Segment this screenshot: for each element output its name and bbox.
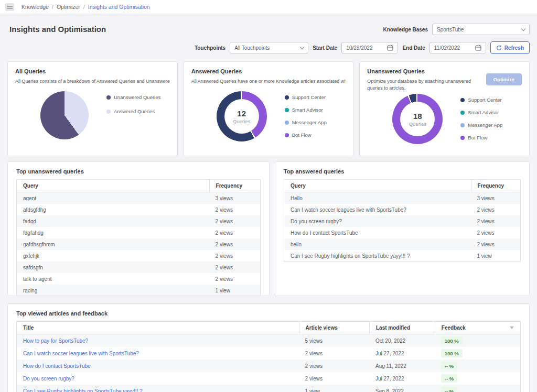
query-cell: talk to agent	[17, 276, 209, 282]
end-date-input[interactable]: 11/02/2022	[429, 42, 486, 53]
table-row: gafdhsgfhmm2 views	[17, 238, 260, 250]
column-header-frequency[interactable]: Frequency	[209, 180, 260, 192]
frequency-cell: 1 view	[209, 288, 260, 293]
touchpoints-select[interactable]: All Touchpoints	[230, 42, 308, 53]
end-date-value: 11/02/2022	[434, 45, 460, 51]
answered-queries-title: Answered Queries	[191, 68, 346, 74]
all-queries-card: All Queries All Queries consists of a br…	[7, 61, 178, 156]
query-cell: gxfchjk	[17, 253, 209, 259]
legend-item: Support Center	[285, 94, 327, 100]
frequency-cell: 2 views	[209, 230, 260, 236]
start-date-label: Start Date	[313, 45, 337, 51]
query-cell: afdsgfdhg	[17, 207, 209, 213]
hamburger-menu-icon[interactable]	[5, 3, 14, 11]
table-row: Hello3 views	[284, 192, 520, 204]
frequency-cell: 2 views	[209, 219, 260, 224]
optimize-button[interactable]: Optimize	[486, 73, 522, 85]
sort-dropdown-icon[interactable]	[510, 326, 514, 329]
last-modified-cell: Jul 27, 2022	[369, 376, 435, 382]
last-modified-cell: Aug 11, 2022	[369, 363, 435, 369]
article-link[interactable]: Can I watch soccer leagues live with Spo…	[23, 351, 139, 356]
top-viewed-articles-table: Title Article views Last modified Feedba…	[16, 321, 521, 392]
legend-item: Smart Advisor	[285, 107, 327, 113]
summary-cards-row: All Queries All Queries consists of a br…	[7, 61, 530, 156]
query-cell: safdsgfn	[17, 265, 209, 270]
breadcrumb-optimizer[interactable]: Optimizer	[57, 4, 80, 10]
last-modified-cell: Jul 27, 2022	[369, 351, 435, 356]
table-row: Do you screen rugby? 2 views Jul 27, 202…	[17, 372, 520, 385]
top-unanswered-queries-card: Top unanswered queries Query Frequency a…	[7, 161, 270, 296]
table-row: Can I see Rugby highlights on SportsTube…	[284, 250, 520, 262]
breadcrumb-knowledge[interactable]: Knowledge	[22, 4, 49, 10]
page-content: Insights and Optimisation Knowledge Base…	[0, 14, 537, 392]
column-header-last-modified[interactable]: Last modified	[369, 322, 435, 334]
top-bar: Knowledge / Optimizer / Insights and Opt…	[0, 0, 537, 14]
table-row: Can I watch soccer leagues live with Spo…	[17, 347, 520, 360]
table-row: fdgfahdg2 views	[17, 227, 260, 238]
table-row: agent3 views	[17, 192, 260, 204]
frequency-cell: 2 views	[471, 230, 521, 236]
frequency-cell: 2 views	[209, 207, 260, 213]
all-queries-legend: Unanswered Queries Answered Queries	[106, 94, 160, 114]
last-modified-cell: Oct 20, 2022	[369, 338, 435, 344]
query-tables-row: Top unanswered queries Query Frequency a…	[7, 161, 530, 296]
all-queries-pie-chart	[40, 91, 89, 139]
legend-label: Bot Flow	[292, 132, 312, 138]
article-views-cell: 2 views	[299, 351, 369, 356]
frequency-cell: 2 views	[209, 253, 260, 259]
legend-label: Messenger App	[292, 119, 327, 125]
calendar-icon	[475, 45, 481, 51]
refresh-button[interactable]: Refresh	[490, 41, 530, 54]
legend-dot	[285, 133, 289, 137]
legend-label: Support Center	[468, 97, 501, 103]
breadcrumb-separator: /	[83, 4, 85, 10]
column-header-title[interactable]: Title	[17, 322, 299, 334]
legend-label: Unanswered Queries	[114, 94, 160, 100]
top-answered-queries-title: Top answered queries	[284, 168, 521, 175]
column-header-article-views[interactable]: Article views	[299, 322, 369, 334]
answered-queries-legend: Support Center Smart Advisor Messenger A…	[285, 94, 327, 138]
knowledge-bases-control: Knowledge Bases SportsTube	[383, 24, 530, 35]
breadcrumb: Knowledge / Optimizer / Insights and Opt…	[22, 4, 150, 10]
breadcrumb-current: Insights and Optimisation	[88, 4, 150, 10]
column-header-frequency[interactable]: Frequency	[471, 180, 521, 192]
top-viewed-articles-card: Top viewed articles and feedback Title A…	[7, 303, 530, 392]
legend-label: Bot Flow	[468, 135, 487, 140]
query-cell: Can I see Rugby highlights on SportsTube…	[284, 253, 471, 259]
article-views-cell: 2 views	[299, 376, 369, 382]
column-header-query[interactable]: Query	[284, 183, 471, 189]
breadcrumb-separator: /	[52, 4, 53, 10]
chevron-down-icon	[521, 26, 525, 30]
frequency-cell: 1 view	[471, 253, 521, 259]
table-row: hello2 views	[284, 238, 520, 250]
article-link[interactable]: How do I contact SportsTube	[23, 363, 91, 369]
frequency-cell: 3 views	[209, 195, 260, 201]
unanswered-queries-card: Unanswered Queries Optimize your databas…	[359, 61, 530, 156]
legend-label: Support Center	[292, 94, 326, 100]
legend-dot	[285, 95, 289, 100]
start-date-input[interactable]: 10/23/2022	[341, 42, 398, 53]
legend-item: Answered Queries	[106, 108, 160, 114]
article-link[interactable]: Do you screen rugby?	[23, 376, 74, 382]
unanswered-queries-description: Optimize your database by attaching unan…	[367, 78, 477, 92]
legend-item: Bot Flow	[460, 135, 502, 140]
article-link[interactable]: Can I see Rugby highlights on SportsTube…	[23, 388, 143, 392]
frequency-cell: 2 views	[471, 207, 521, 213]
table-row: talk to agent2 views	[17, 273, 260, 285]
query-cell: Can I watch soccer leagues live with Spo…	[284, 207, 471, 213]
chevron-down-icon	[300, 45, 304, 49]
column-header-feedback[interactable]: Feedback	[435, 322, 520, 334]
legend-label: Messenger App	[468, 122, 502, 128]
query-cell: How do I contact SportsTube	[284, 230, 471, 236]
end-date-label: End Date	[402, 45, 425, 51]
query-cell: gafdhsgfhmm	[17, 242, 209, 247]
legend-dot	[106, 95, 111, 100]
knowledge-bases-select[interactable]: SportsTube	[432, 24, 530, 35]
article-link[interactable]: How to pay for SportsTube?	[23, 338, 88, 344]
touchpoints-value: All Touchpoints	[234, 45, 270, 51]
table-header: Query Frequency	[284, 180, 520, 192]
page-title: Insights and Optimisation	[9, 25, 106, 34]
column-header-query[interactable]: Query	[17, 183, 209, 189]
legend-dot	[460, 98, 465, 102]
legend-dot	[460, 136, 465, 140]
